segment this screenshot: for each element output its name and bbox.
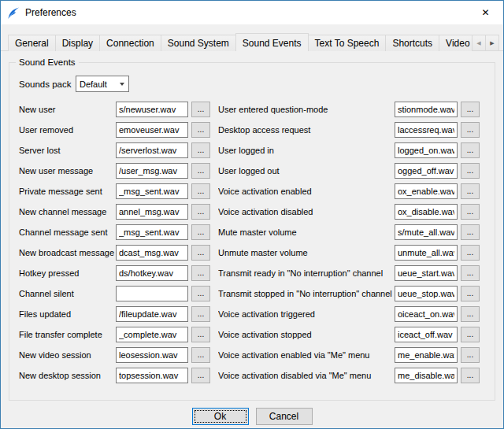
sound-file-input[interactable] [395,265,458,281]
sound-file-input[interactable] [395,142,458,158]
sound-event-label: Server lost [19,146,116,155]
group-title: Sound Events [16,57,79,67]
sound-file-input[interactable] [395,122,458,138]
sound-event-label: User logged in [218,146,395,155]
sound-event-row: Voice activation stopped ... [218,327,480,342]
sound-file-input[interactable] [395,368,458,383]
sound-file-input[interactable] [395,224,458,240]
browse-button[interactable]: ... [461,122,480,138]
app-icon [7,6,20,20]
sound-event-row: New video session ... [19,347,210,363]
browse-button[interactable]: ... [461,204,480,220]
browse-button[interactable]: ... [461,327,480,342]
browse-button[interactable]: ... [461,102,480,117]
sound-file-input[interactable] [116,122,188,138]
tab-general[interactable]: General [8,35,56,51]
sound-file-input[interactable] [395,286,458,301]
sound-file-input[interactable] [395,204,458,220]
browse-button[interactable]: ... [461,286,480,301]
sound-file-input[interactable] [395,163,458,179]
sound-event-label: Voice activation disabled via "Me" menu [218,371,395,380]
cancel-button[interactable]: Cancel [256,408,313,425]
tab-scroll-left-button[interactable]: ◀ [472,35,486,51]
sound-file-input[interactable] [116,306,188,322]
browse-button[interactable]: ... [461,245,480,261]
tab-connection[interactable]: Connection [99,35,161,51]
sound-file-input[interactable] [395,183,458,199]
browse-button[interactable]: ... [461,163,480,179]
sound-event-label: New broadcast message [19,248,116,257]
browse-button[interactable]: ... [191,245,210,261]
sounds-pack-value: Default [76,80,120,89]
sound-file-input[interactable] [116,142,188,158]
sound-event-label: Channel message sent [19,227,116,237]
close-button[interactable]: ✕ [468,1,503,24]
sound-file-input[interactable] [116,286,188,301]
tab-sound-system[interactable]: Sound System [161,35,236,51]
window-title: Preferences [25,7,76,18]
sound-event-label: Transmit ready in "No interruption" chan… [218,268,395,278]
tab-strip: General Display Connection Sound System … [8,33,476,51]
sound-file-input[interactable] [116,224,188,240]
sound-event-row: Voice activation enabled via "Me" menu .… [218,347,480,363]
browse-button[interactable]: ... [191,102,210,117]
sound-events-right-column: User entered question-mode ... Desktop a… [218,102,480,388]
sound-event-label: User removed [19,125,116,135]
tab-scroll-right-button[interactable]: ▶ [485,35,499,51]
sound-file-input[interactable] [116,265,188,281]
sound-file-input[interactable] [116,102,188,117]
sound-file-input[interactable] [395,102,458,117]
browse-button[interactable]: ... [191,183,210,199]
sound-event-row: New desktop session ... [19,368,210,383]
sounds-pack-select[interactable]: Default [76,76,129,92]
sound-event-label: Transmit stopped in "No interruption" ch… [218,289,395,298]
sound-event-label: Voice activation stopped [218,330,395,339]
sound-event-label: New desktop session [19,371,116,380]
browse-button[interactable]: ... [191,306,210,322]
sound-file-input[interactable] [116,163,188,179]
sound-file-input[interactable] [395,327,458,342]
sound-file-input[interactable] [116,347,188,363]
browse-button[interactable]: ... [461,224,480,240]
sound-event-row: User logged out ... [218,163,480,179]
sound-file-input[interactable] [395,306,458,322]
browse-button[interactable]: ... [461,347,480,363]
sound-file-input[interactable] [116,327,188,342]
browse-button[interactable]: ... [191,204,210,220]
sound-file-input[interactable] [395,245,458,261]
sound-file-input[interactable] [116,183,188,199]
browse-button[interactable]: ... [191,142,210,158]
tab-video[interactable]: Video [439,35,476,51]
browse-button[interactable]: ... [461,183,480,199]
tab-display[interactable]: Display [55,35,100,51]
browse-button[interactable]: ... [461,265,480,281]
browse-button[interactable]: ... [461,306,480,322]
browse-button[interactable]: ... [461,368,480,383]
browse-button[interactable]: ... [191,286,210,301]
sound-file-input[interactable] [395,347,458,363]
browse-button[interactable]: ... [461,142,480,158]
sound-file-input[interactable] [116,204,188,220]
browse-button[interactable]: ... [191,347,210,363]
sound-events-left-column: New user ... User removed ... Server los… [19,102,210,388]
sound-event-label: Voice activation triggered [218,309,395,319]
browse-button[interactable]: ... [191,224,210,240]
tab-sound-events[interactable]: Sound Events [235,33,309,51]
browse-button[interactable]: ... [191,327,210,342]
browse-button[interactable]: ... [191,265,210,281]
browse-button[interactable]: ... [191,122,210,138]
tab-text-to-speech[interactable]: Text To Speech [308,35,387,51]
browse-button[interactable]: ... [191,368,210,383]
sound-event-row: New broadcast message ... [19,245,210,261]
preferences-dialog: Preferences ✕ General Display Connection… [0,0,504,429]
sound-event-row: New channel message ... [19,204,210,220]
ok-button[interactable]: Ok [192,408,249,425]
sound-file-input[interactable] [116,368,188,383]
sound-events-group: Sound Events Sounds pack Default New use… [9,62,495,401]
tab-bar: General Display Connection Sound System … [1,35,503,51]
browse-button[interactable]: ... [191,163,210,179]
sound-file-input[interactable] [116,245,188,261]
sound-event-label: Desktop access request [218,125,395,135]
sound-event-row: Mute master volume ... [218,224,480,240]
tab-shortcuts[interactable]: Shortcuts [385,35,439,51]
